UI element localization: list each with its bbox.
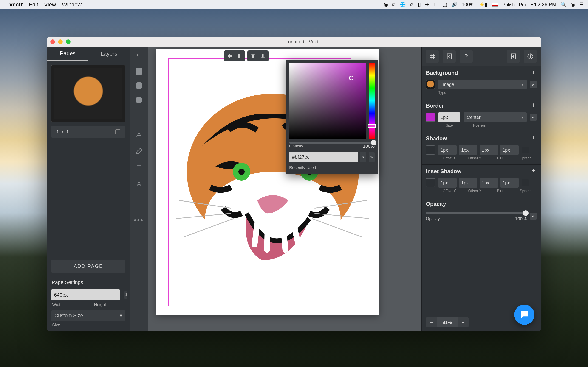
- add-background-button[interactable]: +: [530, 69, 537, 76]
- export-button[interactable]: [460, 50, 473, 63]
- airplay-icon[interactable]: ▢: [442, 2, 447, 8]
- back-button[interactable]: ←: [135, 50, 143, 59]
- spotlight-icon[interactable]: 🔍: [561, 2, 567, 8]
- color-hex-input[interactable]: [289, 152, 358, 162]
- shadow-blur-input[interactable]: [480, 145, 498, 155]
- opacity-knob[interactable]: [371, 140, 376, 145]
- eyedropper-button[interactable]: ✎: [369, 152, 375, 162]
- inset-spread-input[interactable]: [500, 178, 519, 188]
- keyboard-flag-icon[interactable]: [492, 2, 498, 7]
- window-minimize-button[interactable]: [58, 40, 63, 44]
- pen-tool[interactable]: [135, 131, 143, 139]
- notification-center-icon[interactable]: ☰: [579, 2, 584, 8]
- svg-rect-20: [447, 54, 451, 59]
- element-opacity-knob[interactable]: [523, 210, 528, 216]
- align-top-button[interactable]: [248, 51, 258, 60]
- zoom-value[interactable]: 81%: [437, 317, 458, 327]
- border-color-swatch[interactable]: [426, 113, 435, 122]
- align-bottom-button[interactable]: [258, 51, 268, 60]
- window-close-button[interactable]: [50, 40, 55, 44]
- menu-edit[interactable]: Edit: [29, 1, 38, 8]
- new-file-button[interactable]: [507, 50, 520, 63]
- opacity-visible-checkbox[interactable]: ✓: [530, 213, 537, 219]
- duplicate-page-icon[interactable]: [115, 129, 120, 134]
- info-button[interactable]: [524, 50, 537, 63]
- siri-icon[interactable]: ◉: [571, 2, 575, 8]
- align-horizontal-center-button[interactable]: [225, 51, 234, 60]
- ellipse-tool[interactable]: [136, 97, 142, 103]
- inset-shadow-color-swatch[interactable]: [426, 178, 435, 187]
- plus-icon[interactable]: ✚: [425, 2, 429, 8]
- battery-percent[interactable]: 100%: [462, 2, 475, 8]
- menu-view[interactable]: View: [44, 1, 56, 8]
- inspector-panel: Background+ Image▾ ✓ Type Border+ Center…: [422, 47, 541, 331]
- canvas-area[interactable]: Opacity 100% ▾ ✎ Recently Used: [148, 47, 422, 331]
- window-zoom-button[interactable]: [66, 40, 70, 44]
- page-thumbnail[interactable]: [51, 65, 125, 122]
- color-format-dropdown[interactable]: ▾: [360, 152, 366, 162]
- add-inset-shadow-button[interactable]: +: [530, 168, 537, 175]
- shadow-visible-checkbox[interactable]: [522, 147, 529, 153]
- element-opacity-slider[interactable]: [426, 212, 527, 214]
- menubar-clock[interactable]: Fri 2:26 PM: [530, 2, 556, 8]
- creative-cloud-icon[interactable]: ◉: [384, 2, 388, 8]
- inset-shadow-visible-checkbox[interactable]: [522, 179, 529, 186]
- globe-icon[interactable]: 🌐: [399, 2, 406, 8]
- zoom-out-button[interactable]: −: [426, 317, 437, 327]
- align-vertical-center-button[interactable]: [234, 51, 244, 60]
- color-saturation-value-field[interactable]: [289, 63, 366, 139]
- svg-rect-19: [262, 54, 263, 57]
- shadow-offset-x-input[interactable]: [438, 145, 457, 155]
- tab-pages[interactable]: Pages: [47, 47, 88, 60]
- border-visible-checkbox[interactable]: ✓: [530, 114, 537, 121]
- rectangle-tool[interactable]: [136, 68, 142, 75]
- menubar-status: ◉ ⧈ 🌐 ✐ ▯ ✚ ᯤ ▢ 🔊 100% ⚡▮ Polish - Pro F…: [384, 2, 584, 8]
- add-border-button[interactable]: +: [530, 102, 537, 109]
- shadow-offset-y-input[interactable]: [459, 145, 477, 155]
- chat-support-button[interactable]: [514, 305, 535, 325]
- border-size-input[interactable]: [438, 112, 460, 122]
- wifi-icon[interactable]: ᯤ: [433, 2, 438, 8]
- upload-image-tool[interactable]: [135, 180, 143, 189]
- sv-cursor[interactable]: [349, 76, 354, 80]
- page-settings-button[interactable]: [443, 50, 456, 63]
- shadow-spread-input[interactable]: [500, 145, 519, 155]
- battery-icon[interactable]: ⚡▮: [479, 2, 488, 8]
- background-visible-checkbox[interactable]: ✓: [530, 81, 537, 88]
- shadow-title: Shadow: [426, 135, 447, 142]
- rounded-rectangle-tool[interactable]: [136, 82, 142, 89]
- border-position-select[interactable]: Center▾: [464, 112, 527, 122]
- link-dimensions-toggle[interactable]: ⇅: [124, 291, 128, 299]
- tab-layers[interactable]: Layers: [88, 47, 130, 60]
- pencil-tool[interactable]: [135, 147, 143, 156]
- add-shadow-button[interactable]: +: [530, 135, 537, 142]
- background-section: Background+ Image▾ ✓ Type: [422, 66, 541, 99]
- menu-window[interactable]: Window: [62, 1, 82, 8]
- zoom-in-button[interactable]: +: [458, 317, 468, 327]
- inset-offset-x-input[interactable]: [438, 178, 457, 188]
- hue-handle[interactable]: [368, 124, 376, 127]
- inset-blur-input[interactable]: [480, 178, 498, 188]
- background-swatch[interactable]: [426, 80, 435, 89]
- inset-offset-y-input[interactable]: [459, 178, 477, 188]
- volume-icon[interactable]: 🔊: [451, 2, 458, 8]
- page-size-preset-select[interactable]: Custom Size▾: [51, 310, 125, 321]
- snap-grid-button[interactable]: [426, 50, 439, 63]
- svg-rect-17: [252, 55, 254, 58]
- more-tools-button[interactable]: •••: [135, 216, 143, 225]
- color-hue-slider[interactable]: [369, 63, 375, 139]
- app-menu[interactable]: Vectr: [9, 1, 23, 8]
- dropbox-icon[interactable]: ⧈: [392, 2, 395, 8]
- height-label: Height: [94, 302, 125, 307]
- battery-device-icon[interactable]: ▯: [418, 2, 421, 8]
- notes-icon[interactable]: ✐: [410, 2, 414, 8]
- text-tool[interactable]: [135, 164, 143, 172]
- color-opacity-slider[interactable]: [289, 142, 375, 144]
- background-type-select[interactable]: Image▾: [438, 80, 527, 89]
- width-label: Width: [52, 302, 83, 307]
- titlebar[interactable]: untitled - Vectr: [47, 37, 541, 47]
- shadow-color-swatch[interactable]: [426, 145, 435, 155]
- keyboard-layout[interactable]: Polish - Pro: [502, 2, 526, 7]
- add-page-button[interactable]: ADD PAGE: [51, 260, 125, 273]
- page-width-input[interactable]: [51, 290, 120, 300]
